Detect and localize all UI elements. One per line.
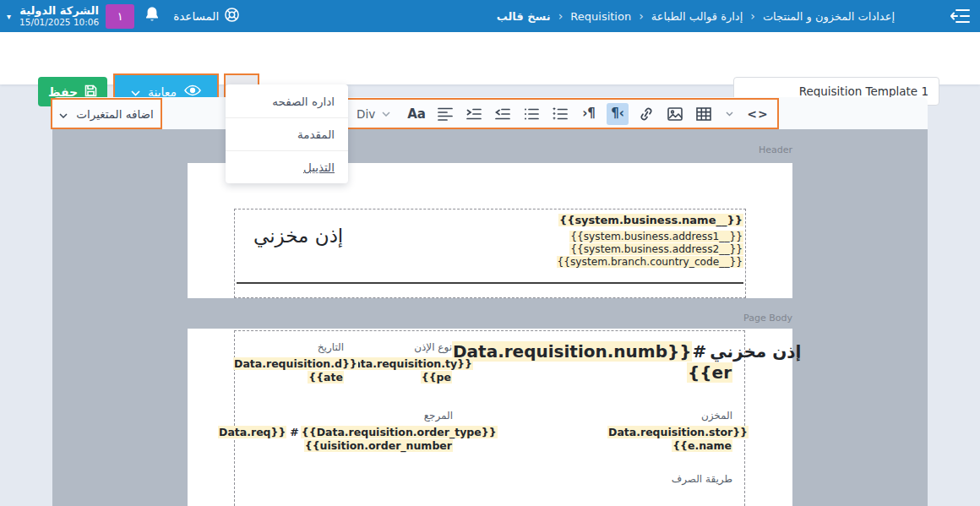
breadcrumb-separator-icon: ‹ <box>558 9 564 23</box>
requisition-title-block[interactable]: Data.requisition.numb}}#إذن مخزني {{er <box>452 341 732 384</box>
paragraph-rtl-icon[interactable]: ¶‹ <box>607 103 629 125</box>
body-row-2: المخزن Data.requisition.stor}} {{e.name … <box>243 410 732 453</box>
breadcrumb-trail: إعدادات المخزون و المنتجات ‹ إدارة قوالب… <box>497 9 895 23</box>
permit-type-field[interactable]: نوع الإذن Data.requisition.ty}} {{pe <box>344 341 452 384</box>
notification-count-badge[interactable]: ١ <box>106 4 134 29</box>
breadcrumb-item[interactable]: إدارة قوالب الطباعة <box>651 10 743 23</box>
rich-text-toolbar: Div Aa <box>346 98 779 129</box>
code-icon[interactable]: <> <box>747 103 769 125</box>
placeholder-requisition-date-1[interactable]: Data.requisition.d}} <box>233 357 358 370</box>
header-page[interactable]: إذن مخزني {{system.business.name__}} {{s… <box>188 163 792 298</box>
store-label: المخزن <box>607 410 732 422</box>
template-editor-card: اضافه المتغيرات Div Aa <box>52 97 928 506</box>
document-title[interactable]: إذن مخزني <box>253 225 343 247</box>
paragraph-ltr-icon[interactable]: ›¶ <box>578 103 600 125</box>
placeholder-order-type[interactable]: {{Data.requisition.order_type}} <box>301 426 498 438</box>
top-bar: إعدادات المخزون و المنتجات ‹ إدارة قوالب… <box>0 0 980 32</box>
menu-item-header[interactable]: المقدمة <box>226 117 348 150</box>
placeholder-store-name-1[interactable]: Data.requisition.stor}} <box>607 426 749 438</box>
body-editable-region[interactable]: Data.requisition.numb}}#إذن مخزني {{er ن… <box>234 330 745 506</box>
placeholder-requisition-type-1[interactable]: Data.requisition.ty}} <box>344 357 473 370</box>
table-chevron-down-icon[interactable] <box>718 103 740 125</box>
settings-dropdown-menu: اداره الصفحه المقدمة التذييل <box>226 84 348 183</box>
block-format-value: Div <box>357 107 375 121</box>
date-field[interactable]: التاريخ Data.requisition.d}} {{ate <box>233 341 344 384</box>
placeholder-address1[interactable]: {{system.business.address1__}} <box>569 231 743 242</box>
font-size-icon[interactable]: Aa <box>406 103 427 125</box>
body-title-arabic[interactable]: إذن مخزني <box>710 341 801 362</box>
placeholder-requisition-type-2[interactable]: {{pe <box>421 371 452 384</box>
lifebuoy-icon <box>224 7 240 26</box>
reference-label: المرجع <box>218 410 453 422</box>
hash-sign: # <box>692 341 706 362</box>
placeholder-country-code[interactable]: {{system.branch.country_code__}} <box>557 256 743 268</box>
menu-item-footer[interactable]: التذييل <box>226 150 348 183</box>
indent-icon[interactable] <box>463 103 485 125</box>
help-button[interactable]: المساعدة <box>173 7 240 26</box>
dispense-method-label: طريقة الصرف <box>243 473 732 485</box>
notifications-bell-icon[interactable] <box>144 6 160 26</box>
outdent-icon[interactable] <box>492 103 514 125</box>
breadcrumb: إعدادات المخزون و المنتجات ‹ إدارة قوالب… <box>497 5 973 27</box>
reference-field[interactable]: المرجع Data.req}}#{{Data.requisition.ord… <box>218 410 453 453</box>
datetime-label: 10:06 15/01/2025 <box>19 17 99 27</box>
breadcrumb-separator-icon: ‹ <box>639 9 644 23</box>
add-variables-tour-highlight: اضافه المتغيرات <box>51 98 162 129</box>
body-zone-label: Page Body <box>188 313 792 324</box>
placeholder-store-name-2[interactable]: {{e.name <box>672 439 732 452</box>
store-field[interactable]: المخزن Data.requisition.stor}} {{e.name <box>607 410 732 453</box>
placeholder-order-number-1[interactable]: Data.req}} <box>218 426 286 438</box>
add-variables-label: اضافه المتغيرات <box>76 107 154 121</box>
block-format-select[interactable]: Div <box>357 107 390 121</box>
company-switcher[interactable]: الشركة الدولية 10:06 15/01/2025 <box>19 5 99 28</box>
breadcrumb-item[interactable]: Requisition <box>570 10 631 23</box>
editor-toolbar-strip: اضافه المتغيرات Div Aa <box>52 97 928 129</box>
placeholder-requisition-date-2[interactable]: {{ate <box>308 371 344 384</box>
chevron-down-icon[interactable]: ▾ <box>7 12 11 21</box>
document-canvas: Header إذن مخزني {{system.business.name_… <box>52 129 928 506</box>
unordered-list-icon[interactable] <box>520 103 542 125</box>
header-editable-region[interactable]: إذن مخزني {{system.business.name__}} {{s… <box>234 209 746 298</box>
menu-collapse-icon[interactable] <box>948 5 973 27</box>
align-icon[interactable] <box>434 103 456 125</box>
hash-sign: # <box>290 426 298 438</box>
placeholder-address2[interactable]: {{system.business.address2__}} <box>569 243 743 255</box>
placeholder-requisition-number-2[interactable]: {{er <box>687 362 732 383</box>
company-name: الشركة الدولية <box>19 5 99 18</box>
chevron-down-icon <box>59 107 68 121</box>
topbar-utilities: المساعدة ١ الشركة الدولية 10:06 15/01/20… <box>7 4 240 29</box>
body-row-1: Data.requisition.numb}}#إذن مخزني {{er ن… <box>243 341 732 384</box>
permit-type-label: نوع الإذن <box>344 341 452 353</box>
placeholder-requisition-number-1[interactable]: Data.requisition.numb}} <box>452 341 692 362</box>
image-icon[interactable] <box>664 103 686 125</box>
table-icon[interactable] <box>693 103 715 125</box>
body-row-3[interactable]: طريقة الصرف <box>243 473 732 485</box>
breadcrumb-separator-icon: ‹ <box>750 9 755 23</box>
action-bar: حفظ معاينة ⚙ <box>0 32 980 84</box>
placeholder-order-number-2[interactable]: {{uisition.order_number <box>304 439 453 452</box>
header-divider-line <box>237 282 743 284</box>
breadcrumb-item[interactable]: إعدادات المخزون و المنتجات <box>763 10 895 23</box>
body-page[interactable]: Data.requisition.numb}}#إذن مخزني {{er ن… <box>188 329 792 506</box>
menu-item-page-management[interactable]: اداره الصفحه <box>226 84 348 117</box>
link-icon[interactable] <box>635 103 657 125</box>
breadcrumb-item-current: نسخ قالب <box>497 10 551 23</box>
help-label: المساعدة <box>173 9 219 23</box>
date-label: التاريخ <box>233 341 344 353</box>
ordered-list-icon[interactable] <box>549 103 571 125</box>
add-variables-button[interactable]: اضافه المتغيرات <box>52 100 161 128</box>
placeholder-business-name[interactable]: {{system.business.name__}} <box>558 214 743 226</box>
